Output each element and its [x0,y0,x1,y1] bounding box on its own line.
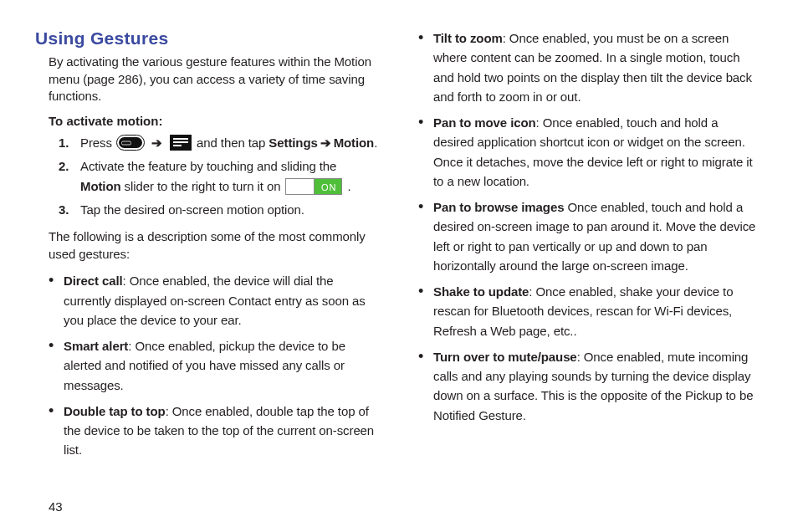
step-number: 2. [59,156,80,176]
switch-on-label: ON [321,181,337,196]
bullet-term: Pan to move icon [433,115,536,130]
bullet-double-tap: Double tap to top: Once enabled, double … [49,402,380,460]
two-column-layout: Using Gestures By activating the various… [37,28,761,467]
bullet-term: Tilt to zoom [433,31,503,45]
text: Press [80,136,115,150]
home-key-icon [117,136,144,150]
text: . [374,136,377,150]
step-3: 3. Tap the desired on-screen motion opti… [59,200,380,220]
text: . [344,179,350,193]
bullet-term: Double tap to top [64,404,166,418]
left-column: Using Gestures By activating the various… [37,28,380,467]
bullet-turn-over: Turn over to mute/pause: Once enabled, m… [418,347,761,425]
bullet-list-left: Direct call: Once enabled, the device wi… [49,271,380,459]
text: and then tap [197,136,269,150]
menu-icon [170,135,192,151]
bullet-term: Shake to update [433,284,529,299]
bullet-term: Direct call [64,274,123,288]
text: slider to the right to turn it on [121,179,284,193]
bullet-pan-browse: Pan to browse images Once enabled, touch… [418,197,761,275]
on-switch-icon: ON [285,178,342,195]
steps-list: 1. Press ➔ and then tap Settings ➔ Motio… [59,133,380,220]
step-number: 3. [59,200,80,220]
bullet-list-right: Tilt to zoom: Once enabled, you must be … [418,28,761,425]
text: Activate the feature by touching and sli… [80,159,336,173]
bullet-term: Smart alert [64,339,128,353]
bullet-term: Pan to browse images [433,200,564,214]
step-number: 1. [59,133,80,153]
bullet-pan-move: Pan to move icon: Once enabled, touch an… [418,113,761,191]
subheading: To activate motion: [49,114,380,128]
intro-paragraph: By activating the various gesture featur… [49,54,380,105]
arrow-icon: ➔ [320,133,331,153]
bullet-tilt-zoom: Tilt to zoom: Once enabled, you must be … [418,28,761,106]
settings-label: Settings [269,136,317,150]
step-2: 2. Activate the feature by touching and … [59,156,380,197]
section-heading: Using Gestures [35,28,380,49]
bullet-shake-update: Shake to update: Once enabled, shake you… [418,282,761,340]
step-body: Tap the desired on-screen motion option. [80,200,380,220]
step-body: Press ➔ and then tap Settings ➔ Motion. [80,133,380,153]
description-paragraph: The following is a description some of t… [49,228,380,263]
page-number: 43 [49,499,63,514]
motion-label: Motion [334,136,375,150]
bullet-direct-call: Direct call: Once enabled, the device wi… [49,271,380,330]
motion-label: Motion [80,179,121,193]
step-1: 1. Press ➔ and then tap Settings ➔ Motio… [59,133,380,153]
arrow-icon: ➔ [151,133,162,153]
step-body: Activate the feature by touching and sli… [80,156,380,197]
bullet-term: Turn over to mute/pause [433,350,577,364]
bullet-smart-alert: Smart alert: Once enabled, pickup the de… [49,336,380,395]
right-column: Tilt to zoom: Once enabled, you must be … [418,28,761,467]
